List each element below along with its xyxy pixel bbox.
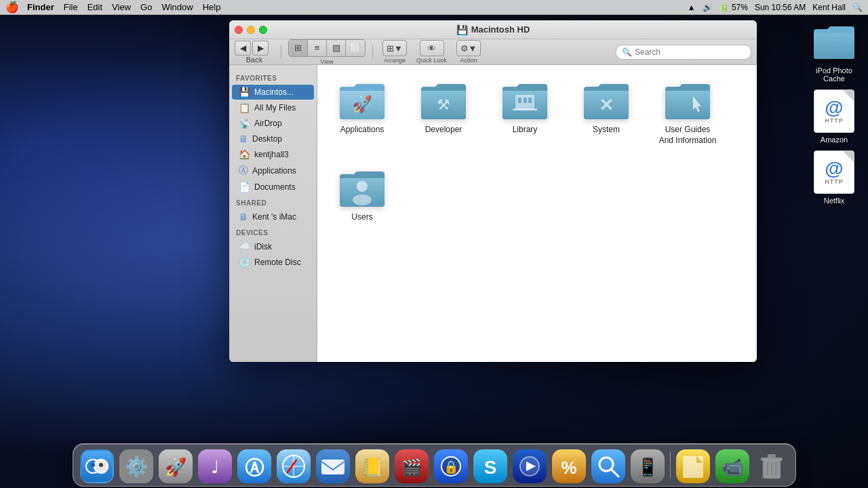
dock-item-stickies[interactable] bbox=[675, 447, 711, 483]
finder-titlebar: 💾 Macintosh HD bbox=[229, 20, 757, 39]
dock-item-privacy[interactable]: 🔒 bbox=[433, 447, 469, 483]
launchpad-dock-icon: 🚀 bbox=[159, 449, 193, 483]
sidebar-item-documents[interactable]: 📄 Documents bbox=[232, 180, 314, 195]
menu-view[interactable]: View bbox=[112, 2, 131, 12]
dock-item-launchpad[interactable]: 🚀 bbox=[157, 447, 194, 483]
view-controls: ⊞ ≡ ▨ ⬜ View bbox=[288, 39, 366, 65]
menu-edit[interactable]: Edit bbox=[87, 2, 102, 12]
file-item-library[interactable]: Library bbox=[491, 76, 559, 150]
action-button[interactable]: ⚙▼ bbox=[456, 40, 481, 56]
search-input[interactable] bbox=[635, 47, 745, 57]
sidebar-item-applications[interactable]: Ⓐ Applications bbox=[232, 163, 314, 179]
safari-dock-icon bbox=[277, 449, 311, 483]
file-item-system[interactable]: ✕ System bbox=[572, 76, 640, 150]
kents-imac-icon: 🖥 bbox=[239, 211, 248, 222]
finder-sidebar: FAVORITES 💾 Macintos... 📋 All My Files 📡… bbox=[229, 65, 317, 362]
dock-item-finder[interactable] bbox=[79, 447, 115, 483]
menubar-wifi[interactable]: ▲ bbox=[688, 3, 696, 12]
finder-toolbar: ◀ ▶ Back ⊞ ≡ ▨ ⬜ View ⊞▼ Arrange bbox=[229, 39, 757, 65]
sidebar-item-macintosh-hd[interactable]: 💾 Macintos... bbox=[232, 85, 314, 100]
quicklook-group[interactable]: 👁 Quick Look bbox=[416, 40, 447, 64]
menubar-search-icon[interactable]: 🔍 bbox=[852, 3, 863, 12]
dock-item-itunes[interactable]: ♩ bbox=[197, 447, 233, 483]
file-item-applications[interactable]: 🚀 Applications bbox=[328, 76, 396, 150]
folder-icon bbox=[812, 24, 856, 60]
dock-item-simulator[interactable]: 📱 bbox=[629, 447, 666, 483]
favorites-header: FAVORITES bbox=[229, 70, 317, 84]
dock-item-quicktime[interactable] bbox=[511, 447, 548, 483]
sidebar-label-airdrop: AirDrop bbox=[254, 119, 282, 128]
desktop-icon-ipod-photo-cache[interactable]: iPod Photo Cache bbox=[807, 20, 861, 83]
menu-help[interactable]: Help bbox=[203, 2, 221, 12]
desktop-icon-amazon[interactable]: @ HTTP Amazon bbox=[807, 89, 861, 144]
menubar-user[interactable]: Kent Hall bbox=[812, 3, 846, 12]
all-my-files-icon: 📋 bbox=[239, 102, 250, 113]
forward-button[interactable]: ▶ bbox=[252, 41, 269, 56]
sidebar-item-all-my-files[interactable]: 📋 All My Files bbox=[232, 100, 314, 115]
close-button[interactable] bbox=[235, 26, 243, 34]
view-label: View bbox=[320, 58, 333, 65]
file-item-users[interactable]: Users bbox=[328, 163, 396, 227]
back-button[interactable]: ◀ bbox=[235, 41, 251, 56]
dock-item-addressbook[interactable]: 📒 bbox=[354, 447, 391, 483]
dock-item-skype[interactable]: S bbox=[472, 447, 509, 483]
addressbook-dock-icon: 📒 bbox=[355, 449, 389, 483]
dock-item-system-prefs[interactable]: ⚙️ bbox=[118, 447, 155, 483]
menubar-datetime: Sun 10:56 AM bbox=[755, 3, 806, 12]
zoom-button[interactable] bbox=[259, 26, 267, 34]
desktop-icon: 🖥 bbox=[239, 134, 248, 144]
sidebar-label-all-my-files: All My Files bbox=[254, 103, 296, 113]
action-group[interactable]: ⚙▼ Action bbox=[456, 40, 481, 64]
arrange-button[interactable]: ⊞▼ bbox=[382, 40, 407, 56]
svg-text:🚀: 🚀 bbox=[165, 456, 187, 478]
shared-header: SHARED bbox=[229, 195, 317, 209]
sidebar-item-kentjhall3[interactable]: 🏠 kentjhall3 bbox=[232, 147, 314, 162]
menubar-volume[interactable]: 🔊 bbox=[703, 3, 713, 12]
file-item-user-guides[interactable]: User Guides And Information bbox=[654, 76, 722, 150]
dock-item-dvd[interactable]: 🎬 bbox=[393, 447, 430, 483]
menubar-battery[interactable]: 🔋 57% bbox=[719, 3, 748, 12]
sidebar-item-desktop[interactable]: 🖥 Desktop bbox=[232, 131, 314, 146]
dock-item-proxyman[interactable] bbox=[590, 447, 627, 483]
back-button-group[interactable]: ◀ ▶ Back bbox=[235, 41, 274, 64]
svg-point-15 bbox=[99, 463, 103, 467]
arrange-group[interactable]: ⊞▼ Arrange bbox=[382, 40, 407, 64]
sidebar-label-desktop: Desktop bbox=[252, 134, 282, 144]
apple-menu[interactable]: 🍎 bbox=[5, 1, 19, 14]
svg-point-14 bbox=[91, 463, 95, 467]
dock-item-mail[interactable] bbox=[315, 447, 351, 483]
desktop-icons: iPod Photo Cache @ HTTP Amazon @ HTTP Ne… bbox=[807, 20, 861, 205]
file-item-developer[interactable]: ⚒ Developer bbox=[410, 76, 477, 150]
desktop-icon-netflix[interactable]: @ HTTP Netflix bbox=[807, 150, 861, 205]
dock-item-safari[interactable] bbox=[275, 447, 312, 483]
icon-view-button[interactable]: ⊞ bbox=[289, 40, 308, 56]
dock-item-facetime[interactable]: 📹 bbox=[714, 447, 751, 483]
sidebar-item-idisk[interactable]: ☁️ iDisk bbox=[232, 239, 314, 254]
svg-text:⚒: ⚒ bbox=[437, 96, 450, 113]
back-label: Back bbox=[246, 56, 262, 64]
menu-file[interactable]: File bbox=[64, 2, 78, 12]
sidebar-label-kentjhall3: kentjhall3 bbox=[254, 150, 289, 159]
sidebar-item-remote-disc[interactable]: 💿 Remote Disc bbox=[232, 255, 314, 270]
sidebar-item-airdrop[interactable]: 📡 AirDrop bbox=[232, 116, 314, 131]
file-label-users: Users bbox=[351, 212, 372, 223]
menu-window[interactable]: Window bbox=[161, 2, 193, 12]
dock-item-trash[interactable] bbox=[753, 447, 790, 483]
column-view-button[interactable]: ▨ bbox=[327, 40, 346, 56]
list-view-button[interactable]: ≡ bbox=[308, 40, 327, 56]
cover-flow-button[interactable]: ⬜ bbox=[346, 40, 365, 56]
minimize-button[interactable] bbox=[247, 26, 255, 34]
kentjhall3-icon: 🏠 bbox=[239, 149, 250, 160]
dock-separator bbox=[670, 451, 671, 479]
sidebar-label-kents-imac: Kent 's iMac bbox=[252, 212, 296, 222]
dock-item-percent[interactable]: % bbox=[551, 447, 587, 483]
desktop-icon-label-ipod: iPod Photo Cache bbox=[807, 66, 861, 83]
sidebar-item-kents-imac[interactable]: 🖥 Kent 's iMac bbox=[232, 209, 314, 224]
finder-title: 💾 Macintosh HD bbox=[456, 24, 530, 35]
search-bar[interactable]: 🔍 bbox=[616, 45, 751, 60]
user-guides-folder-icon bbox=[663, 80, 712, 121]
quicklook-button[interactable]: 👁 bbox=[420, 40, 444, 56]
menu-go[interactable]: Go bbox=[140, 2, 152, 12]
dock-item-app-store[interactable]: Ⓐ bbox=[236, 447, 273, 483]
menu-finder[interactable]: Finder bbox=[27, 2, 54, 12]
